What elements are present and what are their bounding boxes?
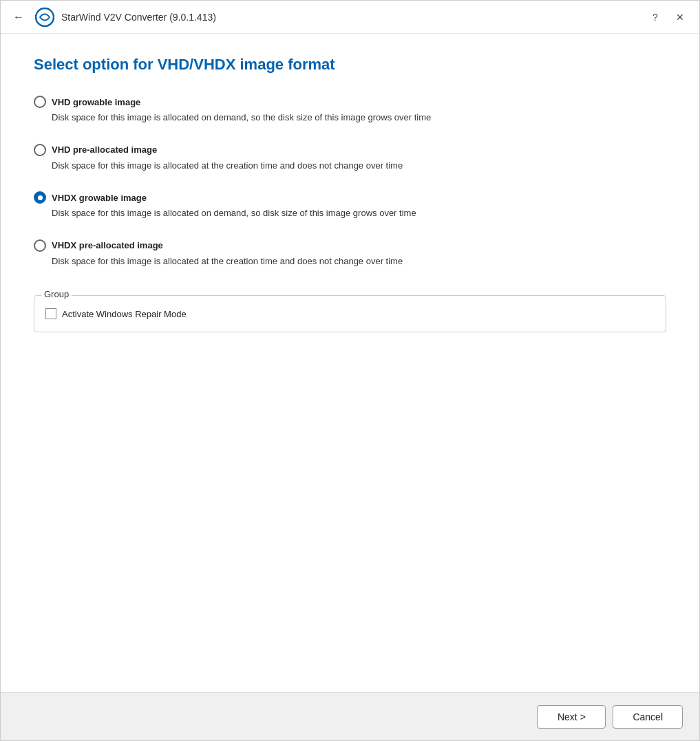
repair-mode-checkbox[interactable] bbox=[45, 308, 56, 319]
title-bar-left: ← StarWind V2V Converter (9.0.1.413) bbox=[9, 8, 216, 27]
footer: Next > Cancel bbox=[1, 692, 699, 740]
options-list: VHD growable image Disk space for this i… bbox=[34, 96, 666, 268]
svg-point-0 bbox=[36, 8, 54, 26]
next-button[interactable]: Next > bbox=[537, 705, 606, 729]
group-label: Group bbox=[41, 289, 72, 299]
option-vhdx-growable: VHDX growable image Disk space for this … bbox=[34, 191, 666, 220]
option-label-row-2: VHD pre-allocated image bbox=[34, 144, 666, 156]
help-button[interactable]: ? bbox=[644, 6, 666, 28]
option-desc-vhdx-growable: Disk space for this image is allocated o… bbox=[52, 206, 666, 220]
radio-vhdx-preallocated[interactable] bbox=[34, 239, 46, 252]
title-bar: ← StarWind V2V Converter (9.0.1.413) ? ✕ bbox=[1, 1, 699, 34]
option-vhdx-preallocated: VHDX pre-allocated image Disk space for … bbox=[34, 239, 666, 268]
main-window: ← StarWind V2V Converter (9.0.1.413) ? ✕… bbox=[0, 0, 700, 741]
app-title: StarWind V2V Converter (9.0.1.413) bbox=[61, 12, 216, 23]
option-label-row-3: VHDX growable image bbox=[34, 191, 666, 204]
app-logo bbox=[35, 8, 54, 27]
radio-vhd-preallocated[interactable] bbox=[34, 144, 46, 156]
option-desc-vhd-growable: Disk space for this image is allocated o… bbox=[52, 111, 666, 125]
option-label-vhd-growable: VHD growable image bbox=[52, 97, 140, 107]
option-label-vhd-preallocated: VHD pre-allocated image bbox=[52, 144, 157, 155]
option-desc-vhd-preallocated: Disk space for this image is allocated a… bbox=[52, 159, 666, 173]
option-label-row-4: VHDX pre-allocated image bbox=[34, 239, 666, 252]
checkbox-row: Activate Windows Repair Mode bbox=[45, 304, 655, 323]
page-title: Select option for VHD/VHDX image format bbox=[34, 56, 666, 74]
close-button[interactable]: ✕ bbox=[669, 6, 691, 28]
group-section: Group Activate Windows Repair Mode bbox=[34, 295, 666, 332]
option-label-row-1: VHD growable image bbox=[34, 96, 666, 108]
back-button[interactable]: ← bbox=[9, 10, 28, 25]
cancel-button[interactable]: Cancel bbox=[613, 705, 683, 729]
main-content: Select option for VHD/VHDX image format … bbox=[1, 34, 699, 692]
option-label-vhdx-preallocated: VHDX pre-allocated image bbox=[52, 240, 163, 250]
option-vhd-growable: VHD growable image Disk space for this i… bbox=[34, 96, 666, 125]
title-bar-controls: ? ✕ bbox=[644, 6, 691, 28]
option-label-vhdx-growable: VHDX growable image bbox=[52, 193, 147, 203]
option-desc-vhdx-preallocated: Disk space for this image is allocated a… bbox=[52, 255, 666, 268]
radio-vhdx-growable[interactable] bbox=[34, 191, 46, 204]
repair-mode-label: Activate Windows Repair Mode bbox=[62, 309, 187, 319]
option-vhd-preallocated: VHD pre-allocated image Disk space for t… bbox=[34, 144, 666, 173]
radio-vhd-growable[interactable] bbox=[34, 96, 46, 108]
